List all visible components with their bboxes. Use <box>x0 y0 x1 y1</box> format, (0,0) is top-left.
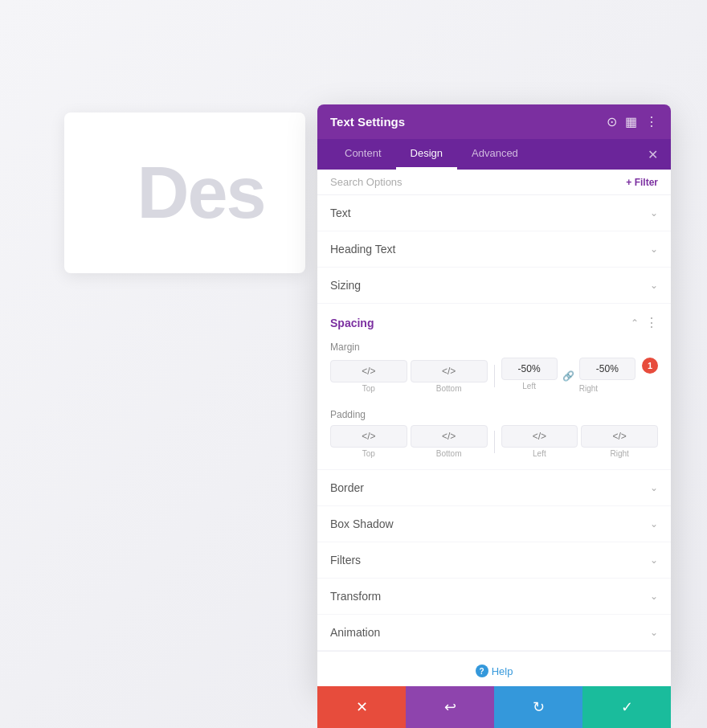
margin-group: Margin Top Bottom <box>317 338 671 406</box>
spacing-header-controls: ⌃ ⋮ <box>631 315 658 330</box>
action-bar: ✕ ↩ ↻ ✓ <box>317 686 671 728</box>
padding-bottom-label: Bottom <box>411 449 488 458</box>
padding-left-label: Left <box>501 449 578 458</box>
section-heading-text[interactable]: Heading Text ⌄ <box>317 231 671 268</box>
chevron-down-icon: ⌄ <box>650 554 658 566</box>
chevron-down-icon: ⌄ <box>650 591 658 602</box>
panel-header: Text Settings ⊙ ▦ ⋮ <box>317 104 671 139</box>
help-link[interactable]: ? Help <box>330 665 658 677</box>
section-animation-label: Animation <box>330 626 380 639</box>
section-heading-label: Heading Text <box>330 243 395 256</box>
cancel-button[interactable]: ✕ <box>317 686 406 728</box>
design-preview-block: Des <box>64 112 305 273</box>
header-icons: ⊙ ▦ ⋮ <box>607 114 658 129</box>
settings-panel: Text Settings ⊙ ▦ ⋮ Content Design Advan… <box>317 104 671 690</box>
section-transform[interactable]: Transform ⌄ <box>317 579 671 615</box>
margin-left-input[interactable] <box>501 358 558 380</box>
padding-group: Padding Top Bottom <box>317 406 671 469</box>
margin-right-label: Right <box>579 384 598 393</box>
padding-right-field: Right <box>581 425 658 458</box>
margin-left-label: Left <box>501 382 558 391</box>
reset-icon: ↩ <box>444 698 456 716</box>
padding-top-input[interactable] <box>330 425 407 448</box>
help-icon: ? <box>476 665 488 677</box>
padding-bottom-field: Bottom <box>411 425 488 458</box>
search-options-label: Search Options <box>330 176 403 188</box>
preview-big-text: Des <box>137 152 264 235</box>
tab-bar: Content Design Advanced ✕ <box>317 139 671 170</box>
chevron-up-icon[interactable]: ⌃ <box>631 317 639 329</box>
section-border[interactable]: Border ⌄ <box>317 470 671 506</box>
spacing-header: Spacing ⌃ ⋮ <box>317 304 671 338</box>
section-sizing-label: Sizing <box>330 279 361 292</box>
padding-left-input[interactable] <box>501 425 578 448</box>
reset-button[interactable]: ↩ <box>406 686 494 728</box>
target-icon[interactable]: ⊙ <box>607 114 617 129</box>
section-text-label: Text <box>330 207 351 219</box>
chevron-down-icon: ⌄ <box>650 518 658 530</box>
chevron-down-icon: ⌄ <box>650 627 658 638</box>
margin-top-input[interactable] <box>330 360 407 382</box>
chevron-down-icon: ⌄ <box>650 280 658 291</box>
more-icon[interactable]: ⋮ <box>645 114 658 129</box>
padding-bottom-input[interactable] <box>411 425 488 448</box>
chevron-down-icon: ⌄ <box>650 482 658 493</box>
spacing-more-icon[interactable]: ⋮ <box>645 315 658 330</box>
redo-button[interactable]: ↻ <box>494 686 582 728</box>
section-sizing[interactable]: Sizing ⌄ <box>317 268 671 304</box>
section-filters[interactable]: Filters ⌄ <box>317 542 671 579</box>
filter-button[interactable]: + Filter <box>626 177 658 188</box>
search-bar: Search Options + Filter <box>317 170 671 195</box>
save-button[interactable]: ✓ <box>582 686 671 728</box>
margin-right-input[interactable] <box>579 358 635 380</box>
chevron-down-icon: ⌄ <box>650 207 658 219</box>
margin-top-bottom: Top Bottom <box>330 360 488 393</box>
margin-right-field: Right <box>579 358 635 395</box>
padding-right-label: Right <box>581 449 658 458</box>
section-filters-label: Filters <box>330 554 361 566</box>
spacing-title: Spacing <box>330 317 374 329</box>
padding-top-bottom: Top Bottom <box>330 425 488 458</box>
padding-right-input[interactable] <box>581 425 658 448</box>
padding-inputs: Top Bottom Left <box>330 425 658 458</box>
tab-content[interactable]: Content <box>330 139 396 170</box>
redo-icon: ↻ <box>533 698 545 716</box>
margin-inputs: Top Bottom Left 🔗 <box>330 358 658 395</box>
margin-top-label: Top <box>330 384 407 393</box>
margin-left-field: Left <box>501 358 558 395</box>
section-spacing: Spacing ⌃ ⋮ Margin Top <box>317 304 671 470</box>
margin-badge: 1 <box>642 358 658 374</box>
margin-left-right: Left 🔗 Right 1 <box>501 358 659 395</box>
tab-design[interactable]: Design <box>396 139 457 170</box>
margin-bottom-input[interactable] <box>411 360 488 382</box>
padding-label: Padding <box>330 409 658 420</box>
save-icon: ✓ <box>621 698 633 716</box>
help-label: Help <box>492 665 513 677</box>
padding-left-right: Left Right <box>501 425 659 458</box>
panel-content: Text ⌄ Heading Text ⌄ Sizing ⌄ Spacing ⌃… <box>317 195 671 690</box>
help-footer: ? Help <box>317 651 671 690</box>
margin-divider <box>494 365 495 387</box>
panel-title: Text Settings <box>330 115 405 129</box>
section-transform-label: Transform <box>330 590 381 603</box>
margin-label: Margin <box>330 342 658 353</box>
section-box-shadow[interactable]: Box Shadow ⌄ <box>317 506 671 542</box>
padding-left-field: Left <box>501 425 578 458</box>
columns-icon[interactable]: ▦ <box>625 114 637 129</box>
tab-advanced[interactable]: Advanced <box>457 139 533 170</box>
margin-bottom-field: Bottom <box>411 360 488 393</box>
padding-top-label: Top <box>330 449 407 458</box>
padding-divider <box>494 431 495 453</box>
padding-top-field: Top <box>330 425 407 458</box>
margin-bottom-label: Bottom <box>411 384 488 393</box>
margin-top-field: Top <box>330 360 407 393</box>
cancel-icon: ✕ <box>356 698 368 716</box>
section-animation[interactable]: Animation ⌄ <box>317 615 671 651</box>
panel-close-button[interactable]: ✕ <box>648 139 658 170</box>
chevron-down-icon: ⌄ <box>650 243 658 255</box>
link-icon[interactable]: 🔗 <box>561 358 576 395</box>
section-box-shadow-label: Box Shadow <box>330 517 394 530</box>
section-text[interactable]: Text ⌄ <box>317 195 671 231</box>
section-border-label: Border <box>330 481 364 494</box>
